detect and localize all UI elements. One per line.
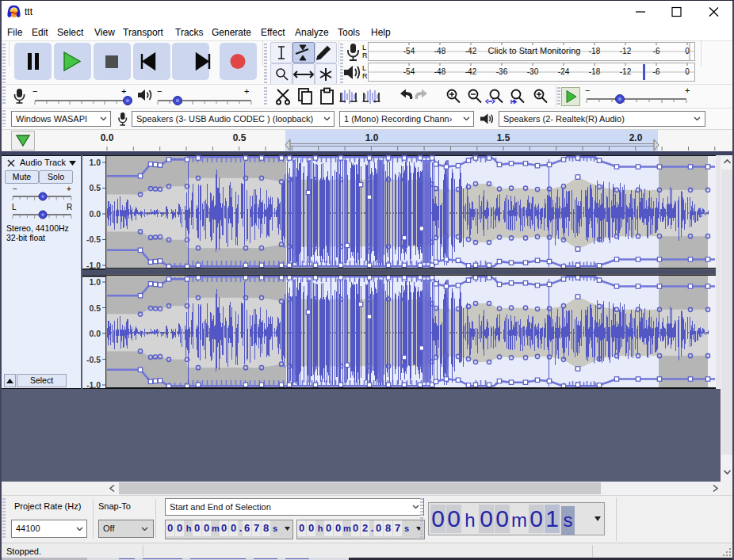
svg-text:-1.0: -1.0 [86,380,101,388]
svg-text:−: − [157,86,162,96]
svg-text:0: 0 [685,67,690,76]
svg-text:-0.5: -0.5 [86,355,101,364]
svg-text:−: − [32,86,37,96]
svg-text:+: + [67,185,71,193]
svg-text:+: + [685,86,690,95]
svg-text:-6: -6 [653,47,660,55]
svg-text:+: + [244,86,249,96]
svg-text:0.0: 0.0 [89,209,101,219]
svg-text:Click to Start Monitoring: Click to Start Monitoring [488,46,581,55]
svg-text:-1.0: -1.0 [86,261,101,270]
svg-text:-42: -42 [465,47,477,55]
svg-text:-18: -18 [589,67,601,76]
svg-text:0.5: 0.5 [89,303,101,313]
svg-text:+: + [121,86,126,96]
svg-text:-12: -12 [620,47,632,55]
svg-text:-48: -48 [434,67,446,76]
svg-text:0.0: 0.0 [89,329,101,338]
svg-text:-42: -42 [465,67,477,76]
svg-text:L: L [12,203,17,211]
svg-text:-36: -36 [496,67,508,76]
svg-text:-12: -12 [620,67,632,76]
svg-text:0.5: 0.5 [89,183,101,192]
svg-text:-30: -30 [527,67,539,76]
svg-text:-18: -18 [589,47,601,55]
svg-text:R: R [67,203,72,211]
svg-text:1.0: 1.0 [89,277,101,287]
svg-text:-54: -54 [403,67,415,76]
svg-text:-48: -48 [434,47,446,55]
svg-text:-6: -6 [653,67,660,76]
svg-text:-0.5: -0.5 [86,234,101,244]
svg-text:-54: -54 [403,47,415,55]
svg-text:−: − [13,185,17,193]
svg-text:-24: -24 [558,67,570,76]
svg-text:−: − [585,86,590,95]
svg-text:0: 0 [685,47,690,55]
svg-text:1.0: 1.0 [89,158,101,167]
